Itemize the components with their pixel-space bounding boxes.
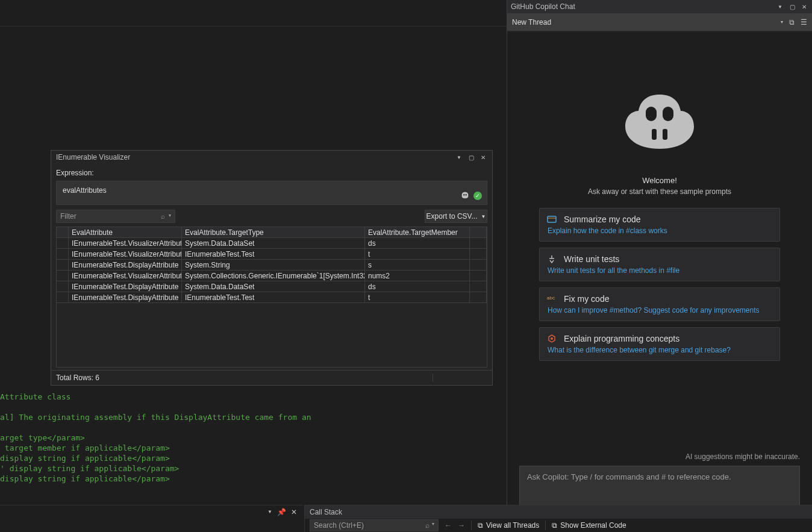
ienumerable-visualizer-window: IEnumerable Visualizer ▼ ▢ ✕ Expression:… [51, 150, 493, 386]
filter-dropdown-icon[interactable]: ▾ [169, 213, 171, 220]
visualizer-title: IEnumerable Visualizer [56, 153, 455, 161]
prompt-card[interactable]: abcFix my codeHow can I improve #method?… [539, 287, 780, 321]
callstack-panel: Call Stack Search (Ctrl+E) ⌕▾ ← → ⧉ View… [304, 505, 812, 532]
forward-icon[interactable]: → [458, 521, 465, 530]
copilot-title: GitHub Copilot Chat [511, 2, 776, 11]
copilot-panel: GitHub Copilot Chat ▼ ▢ ✕ New Thread ▾ ⧉… [507, 0, 812, 532]
table-row[interactable]: IEnumerableTest.VisualizerAttributeSyste… [57, 271, 487, 281]
dropdown-icon[interactable]: ▾ [432, 521, 434, 530]
thread-label[interactable]: New Thread [512, 18, 781, 27]
list-icon[interactable]: ☰ [801, 18, 807, 27]
column-header[interactable]: EvalAttribute.TargetMember [365, 227, 470, 237]
table-row[interactable]: IEnumerableTest.DisplayAttributeSystem.S… [57, 260, 487, 271]
table-row[interactable]: IEnumerableTest.VisualizerAttributeIEnum… [57, 249, 487, 260]
svg-rect-5 [663, 129, 667, 140]
window-dropdown-icon[interactable]: ▼ [455, 153, 463, 161]
search-icon[interactable]: ⌕ [161, 213, 165, 220]
column-header[interactable]: EvalAttribute [69, 227, 182, 237]
new-thread-icon[interactable]: ⧉ [789, 18, 795, 27]
search-icon[interactable]: ⌕ [425, 521, 429, 530]
maximize-icon[interactable]: ▢ [788, 2, 796, 11]
thread-dropdown-icon[interactable]: ▾ [781, 19, 783, 25]
svg-text:abc: abc [547, 295, 555, 301]
show-external-button[interactable]: ⧉ Show External Code [552, 521, 626, 530]
callstack-title: Call Stack [310, 508, 342, 516]
svg-rect-1 [466, 194, 467, 196]
view-threads-button[interactable]: ⧉ View all Threads [478, 521, 539, 530]
expression-label: Expression: [56, 169, 487, 177]
check-icon: ✓ [473, 192, 482, 200]
external-code-icon: ⧉ [552, 521, 557, 530]
copilot-logo-icon [620, 92, 699, 158]
ai-disclaimer: AI suggestions might be inaccurate. [519, 452, 800, 461]
table-row[interactable]: IEnumerableTest.DisplayAttributeIEnumera… [57, 292, 487, 303]
welcome-subtitle: Ask away or start with these sample prom… [588, 187, 731, 196]
maximize-icon[interactable]: ▢ [467, 153, 475, 161]
data-grid: EvalAttribute EvalAttribute.TargetType E… [56, 227, 487, 368]
svg-rect-3 [663, 107, 673, 121]
prompt-icon [547, 214, 557, 224]
svg-rect-6 [548, 216, 556, 222]
close-icon[interactable]: ✕ [479, 153, 487, 161]
close-icon[interactable]: ✕ [291, 508, 297, 516]
prompt-card[interactable]: Summarize my codeExplain how the code in… [539, 208, 780, 242]
code-editor-background: Attribute class al] The originating asse… [0, 392, 311, 484]
expression-value: evalAttributes [63, 186, 107, 195]
svg-rect-0 [463, 194, 464, 196]
back-icon[interactable]: ← [445, 521, 452, 530]
prompt-icon [547, 254, 557, 264]
prompt-icon: abc [547, 294, 557, 304]
table-row[interactable]: IEnumerableTest.VisualizerAttributeSyste… [57, 238, 487, 249]
svg-rect-4 [652, 129, 657, 140]
copilot-icon[interactable] [460, 191, 470, 201]
prompt-card[interactable]: Write unit testsWrite unit tests for all… [539, 248, 780, 281]
column-header[interactable]: EvalAttribute.TargetType [182, 227, 365, 237]
threads-icon: ⧉ [478, 521, 483, 530]
export-csv-button[interactable]: Export to CSV...▼ [425, 210, 487, 223]
svg-rect-2 [646, 107, 657, 121]
callstack-search[interactable]: Search (Ctrl+E) ⌕▾ [310, 519, 439, 531]
filter-input[interactable]: Filter ⌕▾ [56, 210, 175, 223]
tool-window-controls: ▼ 📌 ✕ [0, 505, 303, 518]
total-rows: Total Rows: 6 [56, 374, 99, 382]
close-icon[interactable]: ✕ [800, 2, 808, 11]
welcome-title: Welcome! [642, 176, 677, 185]
grid-header: EvalAttribute EvalAttribute.TargetType E… [57, 227, 487, 238]
pin-icon[interactable]: 📌 [277, 508, 286, 516]
expression-box[interactable]: evalAttributes ✓ [56, 181, 487, 205]
svg-point-8 [551, 337, 553, 340]
window-dropdown-icon[interactable]: ▼ [267, 509, 272, 515]
window-dropdown-icon[interactable]: ▼ [776, 2, 784, 11]
prompt-icon [547, 334, 557, 343]
prompt-card[interactable]: Explain programming conceptsWhat is the … [539, 327, 780, 361]
table-row[interactable]: IEnumerableTest.DisplayAttributeSystem.D… [57, 281, 487, 292]
